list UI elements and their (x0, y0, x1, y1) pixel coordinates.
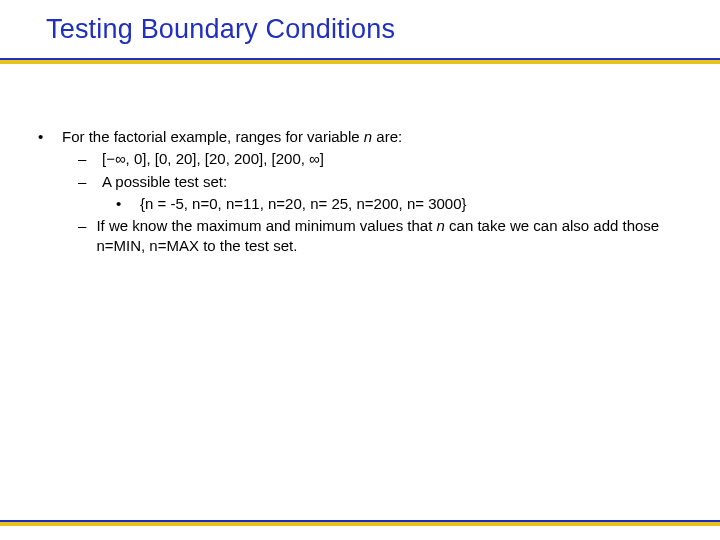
variable-n: n (437, 217, 445, 234)
bullet-dot-icon: • (38, 127, 62, 147)
bullet-dash-icon: – (78, 149, 102, 169)
footer-rule (0, 520, 720, 526)
list-item: – A possible test set: (78, 172, 686, 192)
list-item: • For the factorial example, ranges for … (38, 127, 686, 147)
possible-test-set-label: A possible test set: (102, 172, 227, 192)
header-rule (0, 58, 720, 64)
ranges-text: [−∞, 0], [0, 20], [20, 200], [200, ∞] (102, 149, 324, 169)
variable-n: n (364, 128, 372, 145)
bullet-dash-icon: – (78, 216, 96, 257)
list-item: – [−∞, 0], [0, 20], [20, 200], [200, ∞] (78, 149, 686, 169)
list-item: – If we know the maximum and minimum val… (78, 216, 686, 257)
title-area: Testing Boundary Conditions (0, 0, 720, 45)
content-area: • For the factorial example, ranges for … (0, 45, 720, 257)
text-part: For the factorial example, ranges for va… (62, 128, 364, 145)
rule-gold (0, 60, 720, 64)
text-part: If we know the maximum and minimum value… (96, 217, 436, 234)
list-item: • {n = -5, n=0, n=11, n=20, n= 25, n=200… (116, 194, 686, 214)
rule-gold (0, 522, 720, 526)
slide: Testing Boundary Conditions • For the fa… (0, 0, 720, 540)
page-title: Testing Boundary Conditions (46, 14, 720, 45)
text: For the factorial example, ranges for va… (62, 127, 402, 147)
bullet-dash-icon: – (78, 172, 102, 192)
bullet-dot-icon: • (116, 194, 140, 214)
text-part: are: (372, 128, 402, 145)
text: If we know the maximum and minimum value… (96, 216, 686, 257)
test-set-values: {n = -5, n=0, n=11, n=20, n= 25, n=200, … (140, 194, 467, 214)
